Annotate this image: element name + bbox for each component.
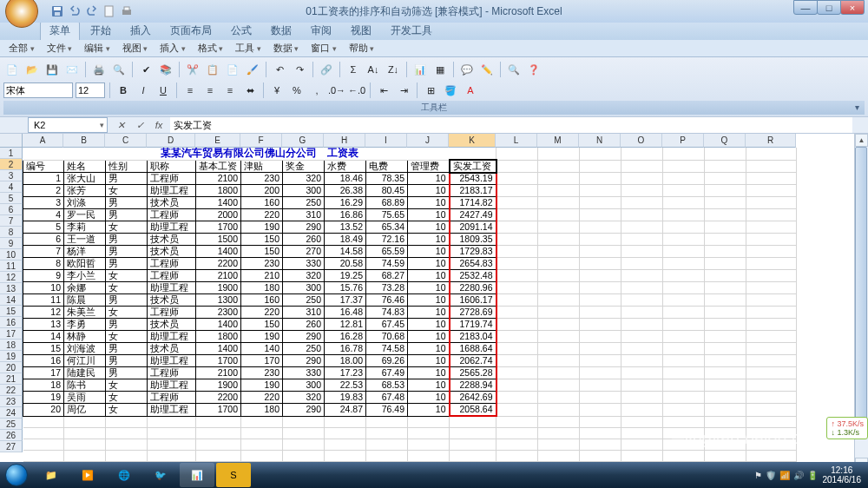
cell[interactable]: 10 bbox=[408, 355, 450, 367]
col-header-O[interactable]: O bbox=[621, 134, 662, 148]
cell[interactable]: 18.46 bbox=[325, 173, 366, 185]
cell[interactable] bbox=[580, 197, 621, 209]
cell[interactable]: 2183.04 bbox=[450, 331, 496, 343]
autosum-icon[interactable]: Σ bbox=[345, 61, 362, 78]
cell[interactable]: 67.45 bbox=[366, 319, 408, 331]
cell[interactable] bbox=[663, 343, 705, 355]
borders-icon[interactable]: ⊞ bbox=[422, 82, 439, 99]
cell[interactable] bbox=[408, 416, 450, 427]
cell[interactable]: 19.25 bbox=[325, 270, 366, 282]
cell[interactable] bbox=[23, 450, 64, 461]
cell[interactable]: 16.48 bbox=[325, 307, 366, 319]
cell[interactable] bbox=[663, 197, 705, 209]
taskbar-excel-icon[interactable]: 📊 bbox=[180, 463, 214, 487]
cell[interactable]: 18 bbox=[23, 379, 64, 392]
cell[interactable]: 10 bbox=[408, 221, 450, 234]
cell[interactable] bbox=[450, 427, 496, 439]
cell[interactable]: 陈书 bbox=[64, 379, 106, 392]
cell[interactable]: 22.53 bbox=[325, 379, 366, 392]
cell[interactable] bbox=[496, 282, 538, 294]
cell[interactable]: 230 bbox=[241, 173, 283, 185]
cell[interactable]: 230 bbox=[241, 367, 283, 379]
col-header-K[interactable]: K bbox=[449, 134, 496, 148]
cell[interactable]: 欧阳哲 bbox=[64, 258, 106, 270]
cell[interactable]: 技术员 bbox=[148, 319, 196, 331]
cell[interactable]: 190 bbox=[241, 331, 283, 343]
cell[interactable] bbox=[705, 427, 746, 439]
menu-item-8[interactable]: 窗口 bbox=[306, 41, 342, 56]
cell[interactable]: 姓名 bbox=[64, 160, 106, 173]
cell[interactable] bbox=[538, 270, 580, 282]
taskbar-explorer-icon[interactable]: 📁 bbox=[34, 463, 69, 487]
row-header-27[interactable]: 27 bbox=[0, 441, 23, 452]
cell[interactable]: 7 bbox=[23, 246, 64, 258]
cell[interactable] bbox=[496, 355, 538, 367]
menu-item-1[interactable]: 文件 bbox=[42, 41, 78, 56]
row-header-1[interactable]: 1 bbox=[0, 148, 23, 159]
cell[interactable]: 男 bbox=[106, 343, 148, 355]
cell[interactable]: 250 bbox=[283, 294, 325, 307]
cell[interactable]: 290 bbox=[283, 404, 325, 417]
row-header-6[interactable]: 6 bbox=[0, 204, 23, 215]
cell[interactable]: 73.28 bbox=[366, 282, 408, 294]
cell[interactable] bbox=[746, 450, 797, 461]
cell[interactable]: 男 bbox=[106, 234, 148, 246]
cell[interactable] bbox=[496, 450, 538, 461]
cell[interactable]: 67.48 bbox=[366, 392, 408, 404]
cell[interactable]: 300 bbox=[283, 282, 325, 294]
cell[interactable]: 65.59 bbox=[366, 246, 408, 258]
cell[interactable] bbox=[621, 331, 663, 343]
cell[interactable]: 8 bbox=[23, 258, 64, 270]
cell[interactable] bbox=[496, 234, 538, 246]
cell[interactable] bbox=[580, 404, 621, 417]
cell[interactable]: 6 bbox=[23, 234, 64, 246]
cell[interactable]: 13.52 bbox=[325, 221, 366, 234]
cell[interactable] bbox=[148, 439, 196, 450]
cell[interactable]: 18.00 bbox=[325, 355, 366, 367]
cell[interactable]: 林静 bbox=[64, 331, 106, 343]
cell[interactable] bbox=[746, 221, 797, 234]
cell[interactable] bbox=[621, 416, 663, 427]
tray-battery-icon[interactable]: 🔋 bbox=[807, 471, 818, 480]
cell[interactable]: 2058.64 bbox=[450, 404, 496, 417]
cell[interactable]: 2543.19 bbox=[450, 173, 496, 185]
cell[interactable]: 男 bbox=[106, 294, 148, 307]
row-header-14[interactable]: 14 bbox=[0, 294, 23, 306]
cell[interactable] bbox=[580, 221, 621, 234]
cell[interactable]: 220 bbox=[241, 307, 283, 319]
cell[interactable]: 技术员 bbox=[148, 294, 196, 307]
cell[interactable]: 吴雨 bbox=[64, 392, 106, 404]
row-header-3[interactable]: 3 bbox=[0, 170, 23, 181]
cell[interactable] bbox=[366, 427, 408, 439]
ribbon-tab-4[interactable]: 公式 bbox=[222, 22, 260, 40]
ribbon-tab-0[interactable]: 菜单 bbox=[40, 21, 80, 40]
cell[interactable] bbox=[663, 392, 705, 404]
cell[interactable] bbox=[496, 148, 538, 160]
cell[interactable] bbox=[538, 246, 580, 258]
menu-item-6[interactable]: 工具 bbox=[230, 41, 266, 56]
underline-icon[interactable]: U bbox=[155, 82, 172, 99]
cell[interactable] bbox=[580, 379, 621, 392]
tray-network-icon[interactable]: 📶 bbox=[779, 471, 790, 480]
cell[interactable]: 10 bbox=[408, 246, 450, 258]
cell[interactable]: 1400 bbox=[196, 197, 241, 209]
cell[interactable] bbox=[196, 427, 241, 439]
row-header-20[interactable]: 20 bbox=[0, 362, 23, 373]
col-header-L[interactable]: L bbox=[496, 134, 537, 148]
cell[interactable] bbox=[450, 439, 496, 450]
cell[interactable] bbox=[366, 416, 408, 427]
cell[interactable] bbox=[705, 379, 746, 392]
cell[interactable] bbox=[746, 367, 797, 379]
cell[interactable] bbox=[580, 307, 621, 319]
cell[interactable] bbox=[705, 246, 746, 258]
cell[interactable] bbox=[621, 450, 663, 461]
cell[interactable]: 80.45 bbox=[366, 185, 408, 197]
cell[interactable] bbox=[621, 392, 663, 404]
cell[interactable]: 10 bbox=[408, 367, 450, 379]
cell[interactable] bbox=[621, 148, 663, 160]
cell[interactable]: 助理工程 bbox=[148, 282, 196, 294]
cell[interactable] bbox=[746, 331, 797, 343]
col-header-N[interactable]: N bbox=[579, 134, 621, 148]
cell[interactable]: 女 bbox=[106, 307, 148, 319]
cell[interactable] bbox=[746, 148, 797, 160]
